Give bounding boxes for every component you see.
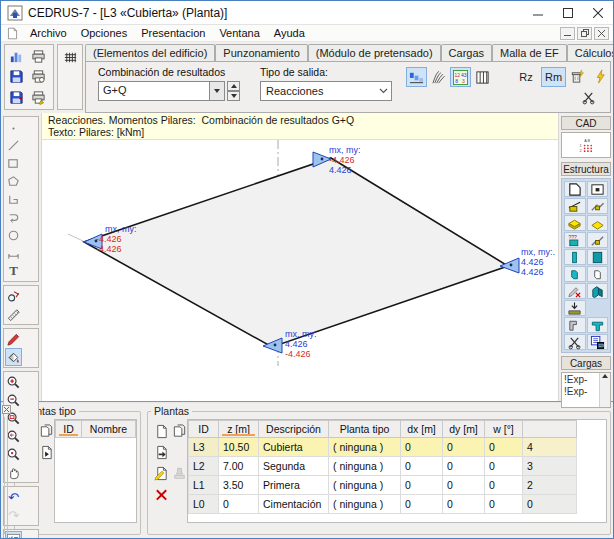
structure-grid-icon[interactable] [60,47,81,67]
corner-wall-icon[interactable] [564,317,586,333]
cargas-panel-header[interactable]: Cargas [561,356,611,370]
section-table-icon[interactable] [472,67,493,87]
tab-1[interactable]: Punzonamiento [215,44,307,62]
delete-icon[interactable] [151,484,172,504]
menu-item-archivo[interactable]: Archivo [23,26,74,40]
column-header[interactable]: z [m] [219,421,259,438]
cell[interactable]: 0 [485,495,523,514]
cut-results-icon[interactable] [578,87,599,107]
zoom-in-icon[interactable] [5,373,22,391]
material-unknown-icon[interactable]: ??? [564,232,586,248]
column-header[interactable]: ID [56,421,82,438]
calculate-icon[interactable] [590,66,611,86]
cell[interactable]: 0 [401,495,443,514]
cell[interactable]: 0 [401,438,443,457]
tab-0[interactable]: (Elementos del edificio) [85,44,215,62]
cell[interactable]: Primera [259,476,329,495]
cell[interactable]: L3 [189,438,219,457]
walls-3d-icon[interactable] [587,283,609,299]
cell[interactable]: ( ninguna ) [329,438,401,457]
column-header[interactable] [523,421,577,438]
circle-tool-icon[interactable] [5,226,22,244]
cell[interactable]: Cubierta [259,438,329,457]
maximize-button[interactable] [553,1,583,24]
table-row[interactable]: L310.50Cubierta( ninguna )0004 [189,438,577,457]
cargas-scrollbar[interactable] [599,373,610,407]
estructura-panel-header[interactable]: Estructura [561,162,611,176]
insert-below-icon[interactable] [564,300,586,316]
wall-edge-icon[interactable] [564,198,586,214]
table-row[interactable]: L13.50Primera( ninguna )0002 [189,476,577,495]
rect-tool-icon[interactable] [5,154,22,172]
print-preview-icon[interactable] [28,67,49,87]
cell[interactable]: 0 [485,438,523,457]
column-header[interactable]: ID [189,421,219,438]
cell[interactable]: Cimentación [259,495,329,514]
close-button[interactable] [583,1,613,24]
spinner-up-button[interactable] [227,81,240,91]
table-row[interactable]: L27.00Segunda( ninguna )0003 [189,457,577,476]
polygon-tool-icon[interactable] [5,172,22,190]
column-header[interactable]: Planta tipo [329,421,401,438]
isolines-icon[interactable] [428,67,449,87]
fill-tool-icon[interactable] [5,348,22,366]
cell[interactable]: L0 [189,495,219,514]
polyline-tool-icon[interactable] [5,190,22,208]
column-3d-icon[interactable] [564,266,586,282]
cell[interactable]: 0 [443,476,485,495]
table-row[interactable]: L00Cimentación( ninguna )0000 [189,495,577,514]
dock-close-button[interactable] [2,405,11,414]
menu-item-ayuda[interactable]: Ayuda [267,26,312,40]
plan-drawing[interactable] [42,140,558,401]
column-header[interactable]: dy [m] [443,421,485,438]
slab-flat-icon[interactable] [587,215,609,231]
measure-icon[interactable] [5,305,22,323]
pillar-marker-right[interactable] [500,258,519,273]
minimize-button[interactable] [523,1,553,24]
mdi-close-button[interactable] [594,27,609,40]
cell[interactable]: 0 [523,495,577,514]
dock-grip[interactable] [1,403,11,538]
import-doc-icon[interactable] [151,442,172,462]
cell[interactable]: 3.50 [219,476,259,495]
tab-3[interactable]: Cargas [441,44,492,62]
mdi-minimize-button[interactable] [560,27,575,40]
output-type-select[interactable]: Reacciones [260,81,392,101]
combination-value[interactable]: G+Q [98,81,210,101]
cad-panel-header[interactable]: CAD [561,116,611,130]
slab-outline[interactable] [84,158,508,347]
results-chart-icon[interactable] [406,67,427,87]
point-tool-icon[interactable] [5,118,22,136]
tab-2[interactable]: (Módulo de pretensado) [308,44,441,62]
wall-angle-icon[interactable] [587,232,609,248]
delete-element-icon[interactable] [564,283,586,299]
column-outline-icon[interactable] [587,266,609,282]
menu-item-presentacion[interactable]: Presentacion [134,26,212,40]
cell[interactable]: 0 [401,476,443,495]
menu-item-opciones[interactable]: Opciones [74,26,134,40]
cell[interactable]: 4 [523,438,577,457]
cell[interactable]: 0 [443,457,485,476]
spinner-down-button[interactable] [227,91,240,101]
text-tool-icon[interactable]: T [5,262,22,280]
cell[interactable]: 10.50 [219,438,259,457]
cell[interactable]: Segunda [259,457,329,476]
print-setup-icon[interactable] [28,87,49,107]
cell[interactable]: 0 [219,495,259,514]
cell[interactable]: 0 [485,476,523,495]
edit-pen-icon[interactable] [5,330,22,348]
cell[interactable]: 3 [523,457,577,476]
stamp-icon[interactable] [169,463,190,483]
line-tool-icon[interactable] [5,136,22,154]
tab-5[interactable]: Cálculos [567,44,614,62]
cell[interactable]: ( ninguna ) [329,476,401,495]
cell[interactable]: 2 [523,476,577,495]
column-header[interactable]: Descripción [259,421,329,438]
cargas-item[interactable]: !Exp- [564,386,597,398]
tab-4[interactable]: Malla de EF [492,44,567,62]
cut-element-icon[interactable] [564,334,586,350]
cell[interactable]: ( ninguna ) [329,457,401,476]
cell[interactable]: 0 [485,457,523,476]
column-wall-icon[interactable] [587,249,609,265]
cell[interactable]: 7.00 [219,457,259,476]
